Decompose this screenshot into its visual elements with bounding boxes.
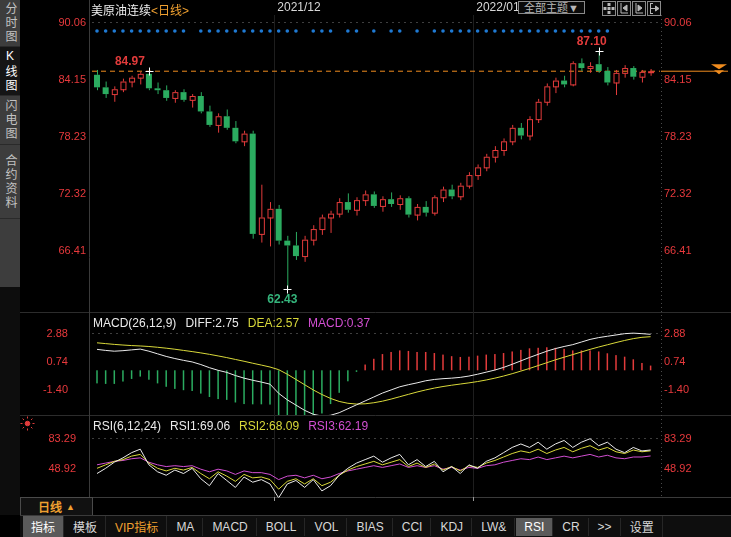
compress-axis-icon[interactable] bbox=[617, 1, 631, 16]
macd-axis-label: 2.88 bbox=[24, 327, 68, 339]
toolbar-item-cci[interactable]: CCI bbox=[394, 518, 432, 536]
sidebar-filler bbox=[0, 219, 20, 287]
price-axis-label: 66.41 bbox=[36, 244, 86, 256]
expand-axis-icon[interactable] bbox=[632, 1, 646, 16]
price-marker-84.97: 84.97 bbox=[115, 54, 145, 68]
rsi-axis-label: 48.92 bbox=[664, 462, 692, 474]
rsi3-value: RSI3:62.19 bbox=[308, 419, 368, 433]
macd-axis-label: -1.40 bbox=[24, 383, 68, 395]
price-axis-label: 78.23 bbox=[36, 130, 86, 142]
macd-dea-value: DEA:2.57 bbox=[248, 316, 299, 330]
toolbar-item-ma[interactable]: MA bbox=[168, 518, 203, 536]
toolbar-item-rsi[interactable]: RSI bbox=[516, 518, 553, 536]
period-selector-label: 日线 bbox=[38, 498, 62, 515]
toolbar-item-macd[interactable]: MACD bbox=[204, 518, 256, 536]
sidebar-item-contract-info[interactable]: 合约资料 bbox=[0, 145, 20, 219]
macd-axis-label: -1.40 bbox=[664, 383, 689, 395]
crosshair-icon[interactable] bbox=[602, 1, 616, 16]
chart-title: 美原油连续<日线> bbox=[91, 1, 189, 18]
sidebar-item-flash-chart[interactable]: 闪电图 bbox=[0, 96, 20, 145]
toolbar-item-bias[interactable]: BIAS bbox=[348, 518, 392, 536]
toolbar-item-more[interactable]: >> bbox=[590, 518, 621, 536]
macd-macd-value: MACD:0.37 bbox=[308, 316, 370, 330]
rsi-axis-label: 83.29 bbox=[30, 432, 76, 444]
rsi-axis-label: 48.92 bbox=[30, 462, 76, 474]
symbol-name: 美原油连续 bbox=[91, 4, 151, 18]
theme-dropdown-button[interactable]: 全部主题▼ bbox=[518, 1, 585, 14]
chart-canvas[interactable] bbox=[0, 0, 731, 537]
macd-params: MACD(26,12,9) bbox=[93, 316, 176, 330]
toolbar-item-vol[interactable]: VOL bbox=[306, 518, 347, 536]
toolbar-item-templates[interactable]: 模板 bbox=[65, 516, 106, 537]
macd-diff-value: DIFF:2.75 bbox=[185, 316, 238, 330]
price-marker-87.10: 87.10 bbox=[577, 34, 607, 48]
price-marker-62.43: 62.43 bbox=[267, 292, 297, 306]
toolbar-item-settings[interactable]: 设置 bbox=[622, 516, 663, 537]
price-axis-label: 78.23 bbox=[664, 130, 692, 142]
toolbar-item-kdj[interactable]: KDJ bbox=[432, 518, 472, 536]
chevron-up-icon: ▲ bbox=[66, 502, 75, 512]
price-axis-label: 84.15 bbox=[36, 73, 86, 85]
date-axis-label: 2021/12 bbox=[277, 0, 320, 14]
date-axis-label: 2022/01 bbox=[476, 0, 519, 14]
indicator-alert-icon[interactable] bbox=[20, 416, 35, 431]
chart-control-icons bbox=[602, 1, 661, 16]
toolbar-item-cr[interactable]: CR bbox=[554, 518, 588, 536]
macd-panel-label: MACD(26,12,9)DIFF:2.75DEA:2.57MACD:0.37 bbox=[93, 316, 379, 330]
period-selector[interactable]: 日线 ▲ bbox=[20, 497, 93, 516]
pan-right-icon[interactable] bbox=[647, 1, 661, 16]
period-tag: <日线> bbox=[151, 4, 189, 18]
sidebar-item-kline-chart[interactable]: K线图 bbox=[0, 47, 20, 96]
macd-axis-label: 2.88 bbox=[664, 327, 685, 339]
chart-type-sidebar: 分时图K线图闪电图合约资料 bbox=[0, 0, 20, 515]
price-axis-label: 90.06 bbox=[36, 16, 86, 28]
price-axis-label: 72.32 bbox=[664, 187, 692, 199]
rsi2-value: RSI2:68.09 bbox=[239, 419, 299, 433]
toolbar-item-boll[interactable]: BOLL bbox=[258, 518, 306, 536]
sidebar-item-timeshare-chart[interactable]: 分时图 bbox=[0, 0, 20, 47]
toolbar-item-indicators[interactable]: 指标 bbox=[23, 516, 64, 537]
price-axis-label: 90.06 bbox=[664, 16, 692, 28]
macd-axis-label: 0.74 bbox=[664, 355, 685, 367]
price-axis-label: 66.41 bbox=[664, 244, 692, 256]
rsi1-value: RSI1:69.06 bbox=[170, 419, 230, 433]
rsi-panel-label: RSI(6,12,24)RSI1:69.06RSI2:68.09RSI3:62.… bbox=[93, 419, 377, 433]
macd-axis-label: 0.74 bbox=[24, 355, 68, 367]
price-axis-label: 72.32 bbox=[36, 187, 86, 199]
rsi-params: RSI(6,12,24) bbox=[93, 419, 161, 433]
toolbar-item-vip-indicators[interactable]: VIP指标 bbox=[107, 516, 167, 537]
indicator-toolbar: 指标模板VIP指标MAMACDBOLLVOLBIASCCIKDJLW&RSICR… bbox=[20, 515, 731, 537]
price-axis-label: 84.15 bbox=[664, 73, 692, 85]
rsi-axis-label: 83.29 bbox=[664, 432, 692, 444]
toolbar-item-lwr[interactable]: LW& bbox=[473, 518, 515, 536]
trading-app-window: 分时图K线图闪电图合约资料 美原油连续<日线> 全部主题▼ 90.0690.06… bbox=[0, 0, 731, 537]
